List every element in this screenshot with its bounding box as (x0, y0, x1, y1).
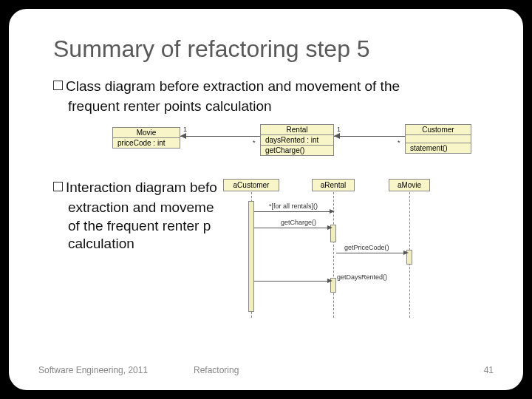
rental-attr2: getCharge() (261, 145, 333, 155)
rental-attr1: daysRented : int (261, 135, 333, 145)
bullet-2-l3: of the frequent renter p (68, 217, 223, 236)
section-2-text: Interaction diagram befo extraction and … (38, 179, 223, 253)
arrow-icon (327, 225, 332, 230)
msg-1: *[for all rentals]() (269, 202, 318, 210)
association-2 (334, 136, 405, 137)
bullet-1: Class diagram before extraction and move… (53, 78, 494, 96)
bullet-2-lead: Interaction (66, 180, 132, 195)
bullet-1-lead: Class (66, 78, 101, 94)
bullet-1-text: Class diagram before extraction and move… (66, 78, 400, 96)
movie-attr: priceCode : int (113, 138, 180, 148)
lifeline-rental: aRental (312, 179, 355, 191)
activation-bar (248, 201, 254, 312)
section-2: Interaction diagram befo extraction and … (38, 179, 494, 319)
arrow-icon (327, 279, 332, 283)
msg-2: getCharge() (281, 219, 316, 226)
mult-2r: * (398, 139, 400, 146)
association-1 (180, 136, 260, 137)
footer-center: Refactoring (194, 365, 484, 375)
uml-class-rental: Rental daysRented : int getCharge() (260, 124, 334, 156)
footer: Software Engineering, 2011 Refactoring 4… (38, 365, 494, 375)
arrow-icon (180, 133, 186, 139)
bullet-2-text: Interaction diagram befo (66, 179, 217, 197)
arrow-icon (403, 250, 409, 255)
bullet-1-rest: diagram before extraction and movement o… (101, 78, 400, 94)
rental-class-name: Rental (261, 125, 333, 135)
footer-left: Software Engineering, 2011 (38, 365, 194, 375)
lifeline-customer: aCustomer (223, 179, 279, 191)
checkbox-icon (53, 81, 63, 90)
arrow-icon (334, 133, 340, 139)
class-diagram: Movie priceCode : int Rental daysRented … (112, 120, 494, 168)
uml-class-movie: Movie priceCode : int (112, 127, 180, 149)
page-number: 41 (484, 365, 494, 375)
customer-class-name: Customer (406, 125, 471, 135)
customer-attr-empty (406, 135, 471, 143)
msg-line (254, 281, 330, 282)
sequence-diagram: aCustomer aRental aMovie *[for all renta… (219, 179, 494, 319)
msg-line (254, 228, 330, 228)
msg-line (336, 253, 406, 253)
uml-class-customer: Customer statement() (405, 124, 471, 154)
bullet-1-line2: frequent renter points calculation (68, 98, 494, 116)
msg-3: getPriceCode() (344, 244, 389, 251)
movie-class-name: Movie (113, 128, 180, 138)
slide-card: Summary of refactoring step 5 Class diag… (9, 9, 523, 390)
checkbox-icon (53, 182, 63, 191)
mult-1r: * (253, 139, 256, 146)
bullet-2-l2: extraction and moveme (68, 199, 223, 217)
slide-title: Summary of refactoring step 5 (53, 35, 494, 63)
msg-line (254, 211, 332, 212)
bullet-2: Interaction diagram befo (53, 179, 223, 197)
customer-attr: statement() (406, 143, 471, 153)
mult-1l: 1 (183, 126, 187, 133)
lifeline-movie: aMovie (389, 179, 430, 191)
msg-4: getDaysRented() (337, 273, 387, 281)
mult-2l: 1 (337, 126, 341, 133)
bullet-2-l4: calculation (68, 235, 223, 253)
arrow-icon (330, 209, 335, 214)
bullet-2-rest: diagram befo (132, 180, 217, 195)
